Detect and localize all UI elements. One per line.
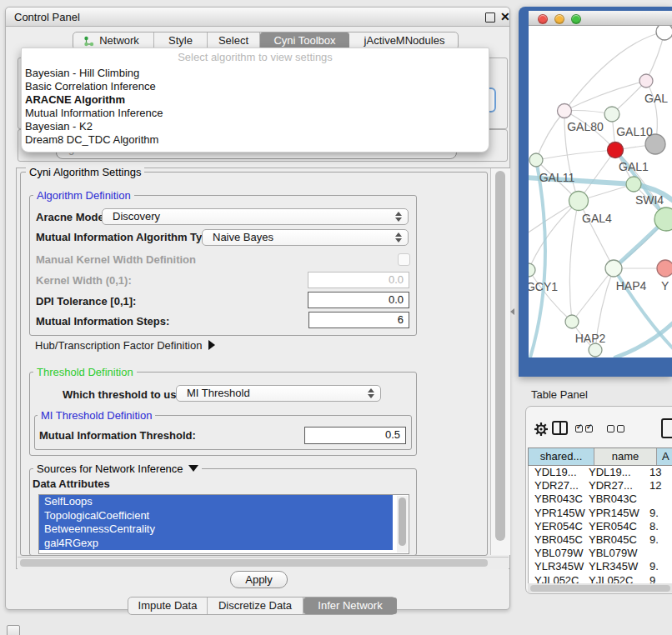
listbox-scrollbar[interactable]: [397, 496, 408, 552]
table-row[interactable]: YLR345WYLR345W9.: [529, 560, 672, 573]
table-row[interactable]: YBR045CYBR045C9.: [529, 533, 672, 547]
data-attribute-option[interactable]: gal4RGexp: [39, 537, 393, 551]
network-node[interactable]: [565, 315, 579, 328]
scrollbar-thumb[interactable]: [20, 559, 488, 567]
table-horizontal-scrollbar[interactable]: [528, 583, 672, 592]
mi-threshold-field[interactable]: 0.5: [304, 427, 406, 444]
split-table-icon[interactable]: [552, 421, 568, 435]
gear-icon[interactable]: [534, 422, 549, 437]
network-node[interactable]: [657, 260, 672, 277]
network-window-titlebar[interactable]: [529, 11, 672, 26]
document-icon[interactable]: [661, 418, 672, 438]
apply-button[interactable]: Apply: [230, 571, 288, 588]
data-attribute-option[interactable]: TopologicalCoefficient: [39, 509, 393, 523]
control-panel-titlebar: Control Panel ✕: [6, 8, 509, 27]
tab-infer-network[interactable]: Infer Network: [303, 598, 397, 614]
tab-jactivemnodules[interactable]: jActiveMNodules: [349, 32, 459, 49]
network-node[interactable]: [569, 192, 589, 211]
network-node[interactable]: [589, 343, 602, 357]
tab-cyni-toolbox[interactable]: Cyni Toolbox: [260, 32, 349, 49]
dpi-tolerance-field[interactable]: 0.0: [308, 292, 409, 308]
network-node[interactable]: [656, 26, 672, 40]
settings-vertical-scrollbar[interactable]: [490, 168, 510, 555]
network-node[interactable]: [529, 263, 535, 277]
table-row[interactable]: YBR043CYBR043C: [529, 492, 672, 506]
tab-style[interactable]: Style: [154, 32, 208, 49]
table-row[interactable]: YER054CYER054C8.: [529, 520, 672, 533]
network-icon: [83, 36, 94, 47]
table-header-row: shared... name A: [528, 448, 672, 466]
algorithm-option[interactable]: Basic Correlation Inference: [24, 80, 486, 93]
network-node[interactable]: [654, 208, 672, 231]
network-node[interactable]: [604, 107, 619, 122]
network-node-label: SWI4: [635, 193, 664, 207]
data-attribute-option[interactable]: SelfLoops: [39, 495, 393, 509]
network-node[interactable]: [626, 177, 641, 192]
tab-network[interactable]: Network: [73, 32, 154, 49]
network-node[interactable]: [558, 104, 572, 118]
sources-group-title[interactable]: Sources for Network Inference: [33, 462, 202, 475]
network-node[interactable]: [608, 142, 624, 158]
panel-splitter-grip[interactable]: [510, 308, 514, 315]
scrollbar-thumb[interactable]: [530, 585, 670, 592]
table-cell: YLR345W: [534, 560, 584, 573]
network-edge[interactable]: [536, 111, 564, 160]
network-node-label: GAL80: [567, 120, 604, 133]
network-edge[interactable]: [572, 268, 614, 322]
algorithm-option[interactable]: Bayesian - Hill Climbing: [24, 67, 486, 80]
manual-kernel-checkbox[interactable]: [398, 253, 410, 266]
tab-impute-data[interactable]: Impute Data: [128, 598, 208, 614]
algorithm-option[interactable]: ARACNE Algorithm: [24, 93, 486, 107]
which-threshold-combo[interactable]: MI Threshold: [176, 385, 381, 402]
algorithm-option[interactable]: Dream8 DC_TDC Algorithm: [24, 133, 486, 147]
network-canvas[interactable]: GALGAL80GAL10GAL1GAL11SWI4GAL4GCY1HAP4YH…: [529, 26, 672, 358]
dropdown-placeholder: Select algorithm to view settings: [22, 51, 489, 63]
control-panel-title: Control Panel: [14, 11, 80, 23]
network-graph: GALGAL80GAL10GAL1GAL11SWI4GAL4GCY1HAP4YH…: [529, 26, 672, 358]
column-header-partial[interactable]: A: [657, 448, 672, 465]
algorithm-option[interactable]: Bayesian - K2: [24, 120, 486, 133]
mi-steps-field[interactable]: 6: [308, 312, 409, 328]
table-row[interactable]: YBL079WYBL079W: [529, 547, 672, 560]
deselect-all-checkbox-icon[interactable]: [607, 425, 614, 432]
float-window-icon[interactable]: [485, 12, 495, 22]
table-row[interactable]: YDR27...YDR27...12: [529, 479, 672, 492]
network-node-label: HAP2: [575, 332, 606, 345]
settings-horizontal-scrollbar[interactable]: [18, 557, 509, 569]
network-edge[interactable]: [529, 201, 579, 270]
network-node[interactable]: [605, 260, 622, 277]
column-header-shared-name[interactable]: shared...: [529, 448, 594, 465]
network-edge[interactable]: [536, 150, 615, 160]
network-view-window[interactable]: GALGAL80GAL10GAL1GAL11SWI4GAL4GCY1HAP4YH…: [519, 7, 672, 377]
table-cell: 9.: [649, 560, 659, 573]
close-icon[interactable]: ✕: [500, 10, 510, 23]
tab-select[interactable]: Select: [208, 32, 260, 49]
network-edge[interactable]: [530, 160, 545, 358]
kernel-width-field[interactable]: 0.0: [308, 272, 409, 288]
data-attribute-option[interactable]: BetweennessCentrality: [39, 522, 393, 537]
select-all-checkbox-icon[interactable]: [585, 425, 593, 432]
tab-discretize-data[interactable]: Discretize Data: [208, 598, 303, 614]
table-row[interactable]: YPR145WYPR145W9.: [529, 507, 672, 520]
combo-stepper-icon: [368, 388, 374, 399]
threshold-definition-title: Threshold Definition: [33, 366, 137, 378]
zoom-traffic-light-icon[interactable]: [571, 14, 581, 24]
close-traffic-light-icon[interactable]: [538, 14, 548, 24]
aracne-mode-combo[interactable]: Discovery: [102, 208, 409, 225]
algorithm-option[interactable]: Mutual Information Inference: [24, 107, 486, 120]
select-all-checkbox-icon[interactable]: [575, 425, 583, 432]
network-edge[interactable]: [529, 270, 572, 322]
table-cell: YLR345W: [589, 560, 638, 573]
minimized-panel-icon[interactable]: [7, 625, 20, 635]
table-row[interactable]: YDL19...YDL19...13: [529, 466, 672, 479]
network-node[interactable]: [529, 153, 543, 167]
minimize-traffic-light-icon[interactable]: [554, 14, 564, 24]
scrollbar-thumb[interactable]: [495, 171, 505, 541]
network-node[interactable]: [639, 74, 653, 88]
table-cell: YBR045C: [589, 533, 637, 547]
network-node-label: Y: [661, 279, 669, 292]
deselect-all-checkbox-icon[interactable]: [617, 425, 624, 432]
column-header-name[interactable]: name: [594, 448, 657, 465]
mi-type-combo[interactable]: Naive Bayes: [202, 229, 409, 246]
network-edge[interactable]: [569, 201, 579, 322]
